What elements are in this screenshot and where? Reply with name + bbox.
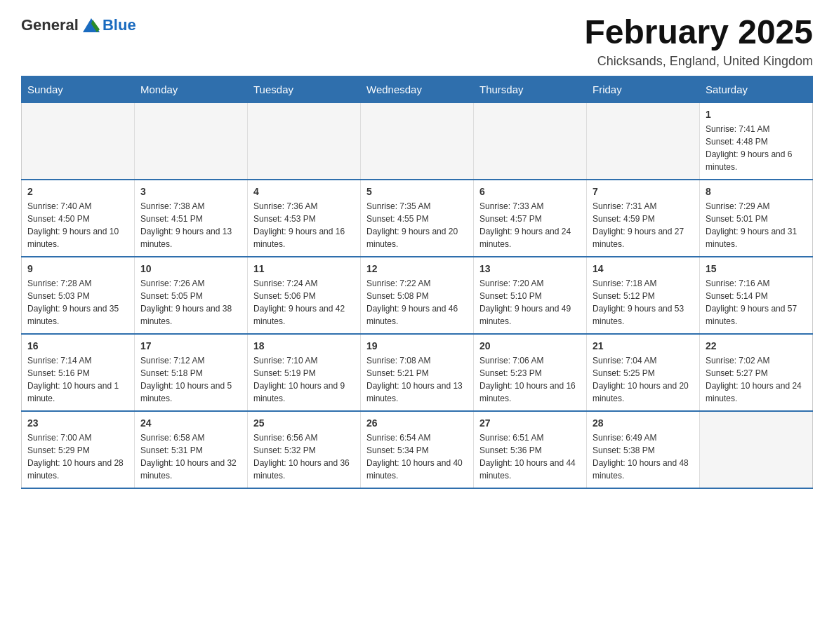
day-info: Sunrise: 7:26 AM Sunset: 5:05 PM Dayligh… — [140, 277, 241, 328]
day-cell: 3Sunrise: 7:38 AM Sunset: 4:51 PM Daylig… — [135, 180, 248, 257]
day-cell: 17Sunrise: 7:12 AM Sunset: 5:18 PM Dayli… — [135, 334, 248, 411]
day-cell: 8Sunrise: 7:29 AM Sunset: 5:01 PM Daylig… — [700, 180, 813, 257]
day-cell: 1Sunrise: 7:41 AM Sunset: 4:48 PM Daylig… — [700, 102, 813, 180]
day-number: 19 — [366, 340, 468, 351]
day-info: Sunrise: 7:38 AM Sunset: 4:51 PM Dayligh… — [140, 200, 241, 250]
day-cell: 28Sunrise: 6:49 AM Sunset: 5:38 PM Dayli… — [587, 411, 700, 488]
day-number: 22 — [706, 340, 807, 351]
day-info: Sunrise: 6:58 AM Sunset: 5:31 PM Dayligh… — [140, 431, 241, 482]
day-info: Sunrise: 7:28 AM Sunset: 5:03 PM Dayligh… — [27, 277, 128, 328]
day-cell: 19Sunrise: 7:08 AM Sunset: 5:21 PM Dayli… — [361, 334, 474, 411]
day-number: 12 — [366, 263, 468, 274]
day-cell — [361, 102, 474, 180]
day-number: 28 — [593, 417, 694, 429]
day-info: Sunrise: 6:49 AM Sunset: 5:38 PM Dayligh… — [593, 431, 694, 482]
day-number: 24 — [140, 417, 241, 429]
day-number: 13 — [479, 263, 581, 274]
day-info: Sunrise: 7:08 AM Sunset: 5:21 PM Dayligh… — [366, 354, 468, 405]
day-info: Sunrise: 7:00 AM Sunset: 5:29 PM Dayligh… — [27, 431, 128, 482]
day-info: Sunrise: 7:31 AM Sunset: 4:59 PM Dayligh… — [593, 200, 694, 250]
day-cell: 12Sunrise: 7:22 AM Sunset: 5:08 PM Dayli… — [361, 257, 474, 334]
day-cell: 14Sunrise: 7:18 AM Sunset: 5:12 PM Dayli… — [587, 257, 700, 334]
header-friday: Friday — [587, 76, 700, 102]
logo-text-blue: Blue — [102, 16, 136, 34]
day-number: 6 — [479, 186, 581, 197]
day-cell: 7Sunrise: 7:31 AM Sunset: 4:59 PM Daylig… — [587, 180, 700, 257]
day-cell: 26Sunrise: 6:54 AM Sunset: 5:34 PM Dayli… — [361, 411, 474, 488]
day-cell: 11Sunrise: 7:24 AM Sunset: 5:06 PM Dayli… — [248, 257, 361, 334]
day-cell: 6Sunrise: 7:33 AM Sunset: 4:57 PM Daylig… — [474, 180, 587, 257]
day-cell — [248, 102, 361, 180]
header-monday: Monday — [135, 76, 248, 102]
day-number: 2 — [27, 186, 128, 197]
day-info: Sunrise: 7:12 AM Sunset: 5:18 PM Dayligh… — [140, 354, 241, 405]
day-number: 26 — [366, 417, 468, 429]
day-number: 20 — [479, 340, 581, 351]
day-info: Sunrise: 7:16 AM Sunset: 5:14 PM Dayligh… — [706, 277, 807, 328]
day-info: Sunrise: 7:22 AM Sunset: 5:08 PM Dayligh… — [366, 277, 468, 328]
day-number: 15 — [706, 263, 807, 274]
day-number: 1 — [706, 109, 807, 120]
logo-icon — [80, 14, 102, 36]
header-thursday: Thursday — [474, 76, 587, 102]
day-info: Sunrise: 7:33 AM Sunset: 4:57 PM Dayligh… — [479, 200, 581, 250]
day-cell: 5Sunrise: 7:35 AM Sunset: 4:55 PM Daylig… — [361, 180, 474, 257]
day-info: Sunrise: 7:35 AM Sunset: 4:55 PM Dayligh… — [366, 200, 468, 250]
header-sunday: Sunday — [22, 76, 135, 102]
day-cell: 27Sunrise: 6:51 AM Sunset: 5:36 PM Dayli… — [474, 411, 587, 488]
day-number: 17 — [140, 340, 241, 351]
day-cell — [22, 102, 135, 180]
calendar-subtitle: Chicksands, England, United Kingdom — [584, 54, 813, 69]
day-number: 7 — [593, 186, 694, 197]
day-cell: 15Sunrise: 7:16 AM Sunset: 5:14 PM Dayli… — [700, 257, 813, 334]
day-number: 14 — [593, 263, 694, 274]
header-saturday: Saturday — [700, 76, 813, 102]
day-info: Sunrise: 7:02 AM Sunset: 5:27 PM Dayligh… — [706, 354, 807, 405]
day-cell: 9Sunrise: 7:28 AM Sunset: 5:03 PM Daylig… — [22, 257, 135, 334]
day-cell: 4Sunrise: 7:36 AM Sunset: 4:53 PM Daylig… — [248, 180, 361, 257]
logo: General Blue — [21, 14, 136, 36]
day-cell: 24Sunrise: 6:58 AM Sunset: 5:31 PM Dayli… — [135, 411, 248, 488]
day-number: 23 — [27, 417, 128, 429]
week-row-4: 16Sunrise: 7:14 AM Sunset: 5:16 PM Dayli… — [22, 334, 813, 411]
day-cell: 18Sunrise: 7:10 AM Sunset: 5:19 PM Dayli… — [248, 334, 361, 411]
page-header: General Blue February 2025 Chicksands, E… — [21, 14, 813, 69]
day-number: 10 — [140, 263, 241, 274]
day-number: 21 — [593, 340, 694, 351]
logo-text-general: General — [21, 16, 79, 34]
day-info: Sunrise: 7:20 AM Sunset: 5:10 PM Dayligh… — [479, 277, 581, 328]
day-info: Sunrise: 7:04 AM Sunset: 5:25 PM Dayligh… — [593, 354, 694, 405]
day-cell: 22Sunrise: 7:02 AM Sunset: 5:27 PM Dayli… — [700, 334, 813, 411]
day-cell: 10Sunrise: 7:26 AM Sunset: 5:05 PM Dayli… — [135, 257, 248, 334]
day-cell: 23Sunrise: 7:00 AM Sunset: 5:29 PM Dayli… — [22, 411, 135, 488]
day-info: Sunrise: 7:10 AM Sunset: 5:19 PM Dayligh… — [253, 354, 355, 405]
day-info: Sunrise: 7:18 AM Sunset: 5:12 PM Dayligh… — [593, 277, 694, 328]
header-row: SundayMondayTuesdayWednesdayThursdayFrid… — [22, 76, 813, 102]
day-cell — [474, 102, 587, 180]
day-number: 11 — [253, 263, 355, 274]
day-cell: 20Sunrise: 7:06 AM Sunset: 5:23 PM Dayli… — [474, 334, 587, 411]
header-wednesday: Wednesday — [361, 76, 474, 102]
day-info: Sunrise: 7:41 AM Sunset: 4:48 PM Dayligh… — [706, 123, 807, 173]
day-cell — [587, 102, 700, 180]
day-cell: 21Sunrise: 7:04 AM Sunset: 5:25 PM Dayli… — [587, 334, 700, 411]
day-cell: 13Sunrise: 7:20 AM Sunset: 5:10 PM Dayli… — [474, 257, 587, 334]
day-cell — [700, 411, 813, 488]
day-info: Sunrise: 7:06 AM Sunset: 5:23 PM Dayligh… — [479, 354, 581, 405]
day-cell: 2Sunrise: 7:40 AM Sunset: 4:50 PM Daylig… — [22, 180, 135, 257]
day-number: 3 — [140, 186, 241, 197]
day-info: Sunrise: 7:36 AM Sunset: 4:53 PM Dayligh… — [253, 200, 355, 250]
week-row-3: 9Sunrise: 7:28 AM Sunset: 5:03 PM Daylig… — [22, 257, 813, 334]
week-row-5: 23Sunrise: 7:00 AM Sunset: 5:29 PM Dayli… — [22, 411, 813, 488]
day-info: Sunrise: 7:29 AM Sunset: 5:01 PM Dayligh… — [706, 200, 807, 250]
day-number: 16 — [27, 340, 128, 351]
calendar-table: SundayMondayTuesdayWednesdayThursdayFrid… — [21, 76, 813, 490]
calendar-title: February 2025 — [584, 14, 813, 51]
header-tuesday: Tuesday — [248, 76, 361, 102]
week-row-2: 2Sunrise: 7:40 AM Sunset: 4:50 PM Daylig… — [22, 180, 813, 257]
day-info: Sunrise: 6:51 AM Sunset: 5:36 PM Dayligh… — [479, 431, 581, 482]
week-row-1: 1Sunrise: 7:41 AM Sunset: 4:48 PM Daylig… — [22, 102, 813, 180]
day-cell — [135, 102, 248, 180]
day-info: Sunrise: 7:24 AM Sunset: 5:06 PM Dayligh… — [253, 277, 355, 328]
day-info: Sunrise: 7:40 AM Sunset: 4:50 PM Dayligh… — [27, 200, 128, 250]
